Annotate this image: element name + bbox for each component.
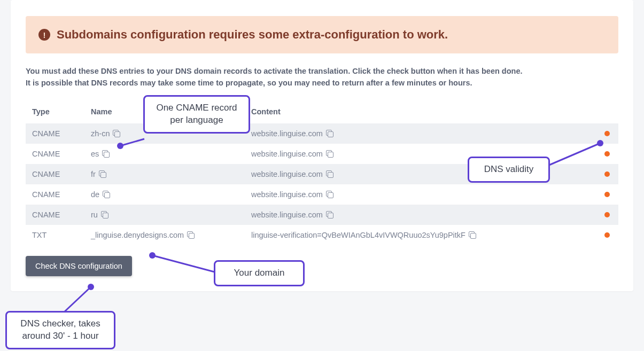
name-value: zh-cn [91, 129, 110, 138]
instructions-line-2: It is possible that DNS records may take… [26, 77, 618, 89]
name-value: es [91, 150, 99, 158]
callout-cname: One CNAME record per language [143, 95, 250, 134]
cell-type: CNAME [26, 164, 84, 184]
status-dot-icon [604, 151, 610, 157]
header-status [595, 100, 618, 123]
cell-type: CNAME [26, 123, 84, 144]
cell-status [595, 225, 618, 245]
cell-name: es [84, 144, 245, 164]
instructions-text: You must add these DNS entries to your D… [26, 65, 618, 89]
copy-icon[interactable] [326, 130, 333, 137]
cell-content: website.linguise.com [245, 184, 595, 205]
content-value: linguise-verification=QvBeWIAnGbL4vIVWQR… [251, 231, 465, 239]
copy-icon[interactable] [187, 231, 195, 239]
cell-name: _linguise.denydesigns.com [84, 225, 245, 245]
name-value: de [91, 190, 99, 199]
status-dot-icon [604, 192, 610, 197]
table-row: CNAMEzh-cnwebsite.linguise.com [26, 123, 618, 144]
copy-icon[interactable] [326, 191, 333, 198]
copy-icon[interactable] [101, 211, 108, 219]
callout-validity: DNS validity [468, 157, 550, 183]
cell-type: TXT [26, 225, 84, 245]
instructions-line-1: You must add these DNS entries to your D… [26, 65, 618, 77]
name-value: ru [91, 210, 98, 219]
cell-type: CNAME [26, 205, 84, 225]
content-value: website.linguise.com [251, 129, 323, 138]
status-dot-icon [604, 171, 610, 177]
status-dot-icon [604, 212, 610, 217]
copy-icon[interactable] [326, 150, 333, 158]
cell-name: de [84, 184, 245, 205]
cell-content: linguise-verification=QvBeWIAnGbL4vIVWQR… [245, 225, 595, 245]
table-row: CNAMEdewebsite.linguise.com [26, 184, 618, 205]
cell-content: website.linguise.com [245, 123, 595, 144]
table-row: CNAMEruwebsite.linguise.com [26, 205, 618, 225]
check-dns-button[interactable]: Check DNS configuration [26, 256, 132, 276]
callout-domain: Your domain [214, 260, 305, 286]
cell-name: fr [84, 164, 245, 184]
copy-icon[interactable] [469, 231, 476, 239]
cell-status [595, 164, 618, 184]
copy-icon[interactable] [113, 130, 120, 137]
name-value: _linguise.denydesigns.com [91, 231, 184, 239]
cell-content: website.linguise.com [245, 205, 595, 225]
callout-checker: DNS checker, takes around 30' - 1 hour [5, 311, 115, 349]
exclamation-icon: ! [38, 29, 50, 41]
copy-icon[interactable] [326, 170, 333, 178]
content-value: website.linguise.com [251, 210, 323, 219]
header-type: Type [26, 100, 84, 123]
cell-status [595, 144, 618, 164]
cell-status [595, 205, 618, 225]
status-dot-icon [604, 131, 610, 136]
cell-status [595, 184, 618, 205]
cell-status [595, 123, 618, 144]
cell-type: CNAME [26, 184, 84, 205]
content-value: website.linguise.com [251, 150, 323, 158]
warning-alert: ! Subdomains configuration requires some… [26, 16, 618, 53]
content-value: website.linguise.com [251, 170, 323, 178]
cell-type: CNAME [26, 144, 84, 164]
copy-icon[interactable] [326, 211, 333, 219]
content-value: website.linguise.com [251, 190, 323, 199]
status-dot-icon [604, 232, 610, 238]
dns-config-card: ! Subdomains configuration requires some… [11, 0, 633, 291]
header-content: Content [245, 100, 595, 123]
table-row: TXT_linguise.denydesigns.comlinguise-ver… [26, 225, 618, 245]
copy-icon[interactable] [103, 191, 110, 198]
copy-icon[interactable] [99, 170, 106, 178]
alert-text: Subdomains configuration requires some e… [57, 28, 448, 42]
cell-name: ru [84, 205, 245, 225]
name-value: fr [91, 170, 96, 178]
copy-icon[interactable] [102, 150, 110, 158]
